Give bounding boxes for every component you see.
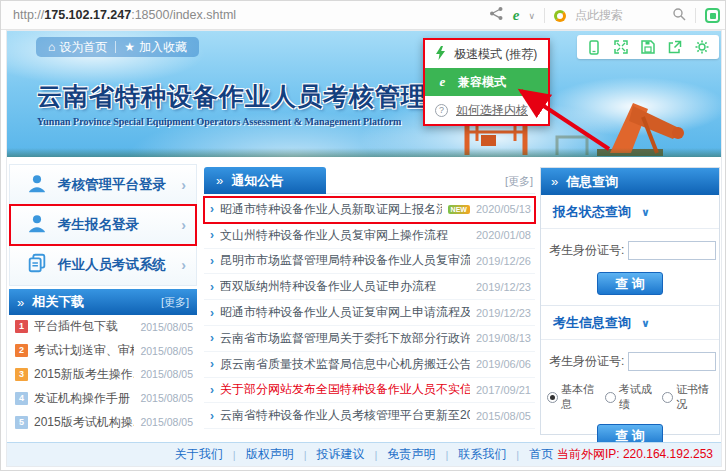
- mobile-view-icon[interactable]: [587, 40, 601, 55]
- notice-item[interactable]: ›关于部分网站发布全国特种设备作业人员不实信息...2017/09/21: [204, 378, 535, 404]
- query-panel-header: » 信息查询: [541, 168, 719, 195]
- external-ip-text: 当前外网IP: 220.164.192.253: [557, 446, 713, 463]
- chevron-down-icon[interactable]: ∨: [528, 11, 535, 21]
- footer-link-about[interactable]: 关于我们: [175, 446, 223, 463]
- search-icon[interactable]: [672, 7, 686, 25]
- arrow-icon: ›: [210, 331, 214, 345]
- star-icon: ★: [124, 40, 135, 54]
- footer-link-complaints[interactable]: 投诉建议: [317, 446, 365, 463]
- settings-gear-icon[interactable]: [695, 40, 709, 54]
- arrow-icon: ›: [210, 383, 214, 397]
- menu-item-fast-mode[interactable]: 极速模式 (推荐): [425, 40, 548, 68]
- notices-more-link[interactable]: [更多]: [505, 174, 533, 189]
- share-icon[interactable]: [489, 6, 504, 25]
- lightning-icon: [435, 46, 446, 63]
- new-badge: NEW: [448, 205, 470, 214]
- id-number-label: 考生身份证号:: [549, 353, 624, 370]
- downloads-more-link[interactable]: [更多]: [161, 295, 189, 310]
- documents-icon: [26, 252, 48, 278]
- radio-basic-info[interactable]: 基本信息: [547, 382, 598, 412]
- url-path: :18500/index.shtml: [131, 8, 236, 22]
- arrow-icon: ›: [210, 409, 214, 423]
- sidebar-item-exam-system[interactable]: 作业人员考试系统 ›: [10, 245, 196, 285]
- tab-notices[interactable]: » 通知公告: [204, 167, 326, 194]
- download-date: 2015/08/05: [140, 321, 193, 333]
- status-id-input[interactable]: [628, 241, 716, 260]
- url-prefix: http://: [13, 8, 44, 22]
- footer-link-disclaimer[interactable]: 免责声明: [387, 446, 435, 463]
- rank-badge: 3: [15, 368, 28, 381]
- arrow-icon: ›: [210, 202, 214, 216]
- status-query-button[interactable]: 查 询: [597, 272, 663, 295]
- share-page-icon[interactable]: [668, 40, 682, 54]
- banner-foliage: [7, 148, 721, 157]
- fullscreen-icon[interactable]: [614, 40, 628, 54]
- quicklink-divider: [115, 41, 116, 53]
- footer-link-copyright[interactable]: 版权声明: [246, 446, 294, 463]
- browser-window: http://175.102.17.247:18500/index.shtml …: [0, 0, 726, 471]
- notice-item[interactable]: ›昭通市特种设备作业人员证复审网上申请流程及相...2019/12/23: [204, 300, 535, 326]
- radio-dot: [662, 392, 673, 403]
- double-arrow-icon: »: [216, 173, 223, 188]
- notice-panel: » 通知公告 [更多] ›昭通市特种设备作业人员新取证网上报名流程NEW2020…: [204, 167, 535, 429]
- save-page-icon[interactable]: [641, 40, 655, 54]
- ie-icon: e: [435, 74, 450, 90]
- footer-link-contact[interactable]: 联系我们: [458, 446, 506, 463]
- person-icon: [26, 212, 48, 238]
- url-field[interactable]: http://175.102.17.247:18500/index.shtml: [13, 8, 236, 22]
- footer-divider: |: [445, 449, 448, 461]
- browser-app-icon[interactable]: [705, 8, 720, 23]
- download-item[interactable]: 2考试计划送审、审核 ...2015/08/05: [9, 339, 197, 363]
- chevron-right-icon: ›: [181, 217, 186, 233]
- notice-item[interactable]: ›昆明市市场监督管理局特种设备作业人员复审流程...2019/12/26: [204, 249, 535, 275]
- download-item[interactable]: 4发证机构操作手册2015/08/05: [9, 386, 197, 410]
- notice-item[interactable]: ›西双版纳州特种设备作业人员证申办流程2019/12/23: [204, 274, 535, 300]
- downloads-header: » 相关下载 [更多]: [9, 289, 197, 315]
- footer-divider: |: [375, 449, 378, 461]
- menu-item-compat-mode[interactable]: e 兼容模式: [425, 68, 548, 96]
- toolbar-divider: [544, 8, 545, 23]
- footer-link-home[interactable]: 首页: [529, 446, 553, 463]
- ie-mode-icon[interactable]: e: [513, 7, 520, 24]
- downloads-list: 1平台插件包下载2015/08/05 2考试计划送审、审核 ...2015/08…: [9, 315, 197, 434]
- chevron-right-icon: ›: [181, 257, 186, 273]
- menu-item-kernel-help[interactable]: ? 如何选择内核: [425, 96, 548, 124]
- site-page: ⌂设为首页 ★加入收藏 云南省特种设备作业人员考核管理平台 Yunnan Pro…: [6, 30, 722, 467]
- search-engine-logo-icon: [554, 10, 566, 22]
- browser-plugin-toolbar: [577, 35, 719, 59]
- url-host: 175.102.17.247: [44, 8, 131, 22]
- radio-exam-score[interactable]: 考试成绩: [605, 382, 656, 412]
- sidebar-item-candidate-login[interactable]: 考生报名登录 ›: [10, 205, 196, 245]
- notice-item[interactable]: ›文山州特种设备作业人员复审网上操作流程2020/01/08: [204, 223, 535, 249]
- search-input[interactable]: 点此搜索: [575, 7, 663, 24]
- notice-list: ›昭通市特种设备作业人员新取证网上报名流程NEW2020/05/13 ›文山州特…: [204, 197, 535, 429]
- add-favorite-link[interactable]: ★加入收藏: [124, 39, 187, 56]
- notice-item[interactable]: ›云南省特种设备作业人员考核管理平台更新至20...2015/08/05: [204, 403, 535, 429]
- notice-date: 2019/06/06: [476, 358, 531, 370]
- section-status-query[interactable]: 报名状态查询 ∨: [541, 195, 719, 229]
- radio-certificate[interactable]: 证书情况: [662, 382, 713, 412]
- download-date: 2015/08/05: [140, 416, 193, 428]
- notice-item[interactable]: ›原云南省质量技术监督局信息中心机房搬迁公告2019/06/06: [204, 352, 535, 378]
- toolbar-divider: [695, 8, 696, 23]
- download-date: 2015/08/05: [140, 392, 193, 404]
- rank-badge: 4: [15, 392, 28, 405]
- section-info-query[interactable]: 考生信息查询 ∨: [541, 306, 719, 340]
- query-panel-title: 信息查询: [566, 173, 618, 191]
- notice-item[interactable]: ›昭通市特种设备作业人员新取证网上报名流程NEW2020/05/13: [204, 197, 535, 223]
- download-item[interactable]: 32015新版考生操作...2015/08/05: [9, 363, 197, 387]
- info-id-input[interactable]: [628, 352, 716, 371]
- site-banner: ⌂设为首页 ★加入收藏 云南省特种设备作业人员考核管理平台 Yunnan Pro…: [7, 31, 721, 157]
- download-item[interactable]: 52015版考试机构操...2015/08/05: [9, 410, 197, 434]
- notice-date: 2017/09/21: [476, 384, 531, 396]
- footer-divider: |: [233, 449, 236, 461]
- arrow-icon: ›: [210, 254, 214, 268]
- download-date: 2015/08/05: [140, 368, 193, 380]
- notice-date: 2015/08/05: [476, 410, 531, 422]
- set-homepage-link[interactable]: ⌂设为首页: [48, 39, 107, 56]
- download-item[interactable]: 1平台插件包下载2015/08/05: [9, 315, 197, 339]
- radio-dot: [547, 392, 558, 403]
- sidebar-item-admin-login[interactable]: 考核管理平台登录 ›: [10, 165, 196, 205]
- id-number-label: 考生身份证号:: [549, 242, 624, 259]
- notice-item[interactable]: ›云南省市场监督管理局关于委托下放部分行政许可...2019/08/13: [204, 326, 535, 352]
